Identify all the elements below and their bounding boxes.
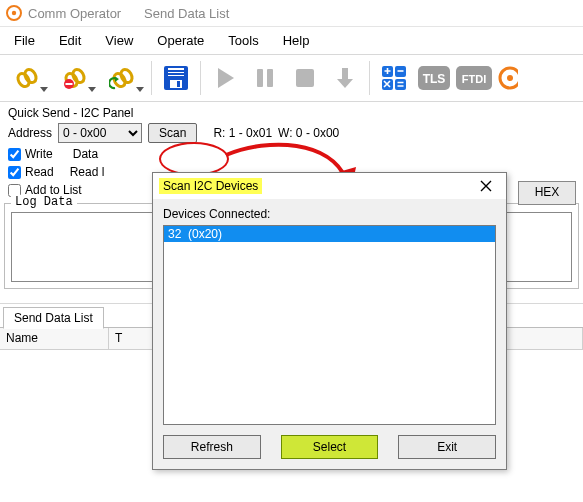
devices-list[interactable]: 32 (0x20) xyxy=(163,225,496,425)
address-label: Address xyxy=(8,126,52,140)
svg-rect-15 xyxy=(177,81,180,87)
svg-point-9 xyxy=(119,67,135,84)
save-icon[interactable] xyxy=(157,59,195,97)
i2c-panel-title: Quick Send - I2C Panel xyxy=(8,106,575,120)
chevron-down-icon xyxy=(40,87,48,93)
svg-rect-16 xyxy=(257,69,263,87)
data-label: Data xyxy=(73,147,98,161)
refresh-button[interactable]: Refresh xyxy=(163,435,261,459)
readlen-label: Read l xyxy=(70,165,105,179)
address-select[interactable]: 0 - 0x00 xyxy=(58,123,142,143)
stop-icon[interactable] xyxy=(286,59,324,97)
svg-point-29 xyxy=(507,75,513,81)
tab-send-data-list[interactable]: Send Data List xyxy=(3,307,104,329)
play-icon[interactable] xyxy=(206,59,244,97)
svg-rect-14 xyxy=(170,80,182,88)
svg-rect-13 xyxy=(168,73,184,75)
hex-button[interactable]: HEX xyxy=(518,181,576,205)
scan-button[interactable]: Scan xyxy=(148,123,197,143)
tls-icon[interactable]: TLS xyxy=(415,59,453,97)
svg-text:TLS: TLS xyxy=(423,72,446,86)
select-button[interactable]: Select xyxy=(281,435,379,459)
w-value: W: 0 - 0x00 xyxy=(278,126,339,140)
chevron-down-icon xyxy=(136,87,144,93)
pause-icon[interactable] xyxy=(246,59,284,97)
target-icon[interactable] xyxy=(495,59,519,97)
separator xyxy=(200,61,201,95)
write-checkbox[interactable]: Write xyxy=(8,147,53,161)
close-icon[interactable] xyxy=(472,177,500,195)
menu-operate[interactable]: Operate xyxy=(157,33,204,48)
separator xyxy=(151,61,152,95)
dialog-title: Scan I2C Devices xyxy=(159,178,262,194)
download-icon[interactable] xyxy=(326,59,364,97)
exit-button[interactable]: Exit xyxy=(398,435,496,459)
link-refresh-icon[interactable] xyxy=(100,59,146,97)
app-subtitle: Send Data List xyxy=(144,6,229,21)
menu-file[interactable]: File xyxy=(14,33,35,48)
svg-rect-23 xyxy=(395,79,406,90)
link-icon[interactable] xyxy=(4,59,50,97)
calculator-icon[interactable] xyxy=(375,59,413,97)
devices-label: Devices Connected: xyxy=(163,207,496,221)
svg-rect-18 xyxy=(296,69,314,87)
menu-view[interactable]: View xyxy=(105,33,133,48)
list-item[interactable]: 32 (0x20) xyxy=(164,226,495,242)
svg-rect-7 xyxy=(66,83,73,85)
app-title: Comm Operator xyxy=(28,6,121,21)
chevron-down-icon xyxy=(88,87,96,93)
link-remove-icon[interactable] xyxy=(52,59,98,97)
ftdi-icon[interactable]: FTDI xyxy=(455,59,493,97)
menu-edit[interactable]: Edit xyxy=(59,33,81,48)
svg-rect-17 xyxy=(267,69,273,87)
svg-point-3 xyxy=(23,67,39,84)
read-checkbox[interactable]: Read xyxy=(8,165,54,179)
svg-rect-12 xyxy=(168,70,184,72)
scan-i2c-dialog: Scan I2C Devices Devices Connected: 32 (… xyxy=(152,172,507,470)
log-data-title: Log Data xyxy=(11,195,77,209)
svg-point-1 xyxy=(12,11,16,15)
svg-rect-19 xyxy=(342,68,348,80)
svg-text:FTDI: FTDI xyxy=(462,73,486,85)
app-icon xyxy=(6,5,22,21)
grid-col-name[interactable]: Name xyxy=(0,328,109,350)
separator xyxy=(369,61,370,95)
menu-tools[interactable]: Tools xyxy=(228,33,258,48)
r-value: R: 1 - 0x01 xyxy=(213,126,272,140)
menu-help[interactable]: Help xyxy=(283,33,310,48)
